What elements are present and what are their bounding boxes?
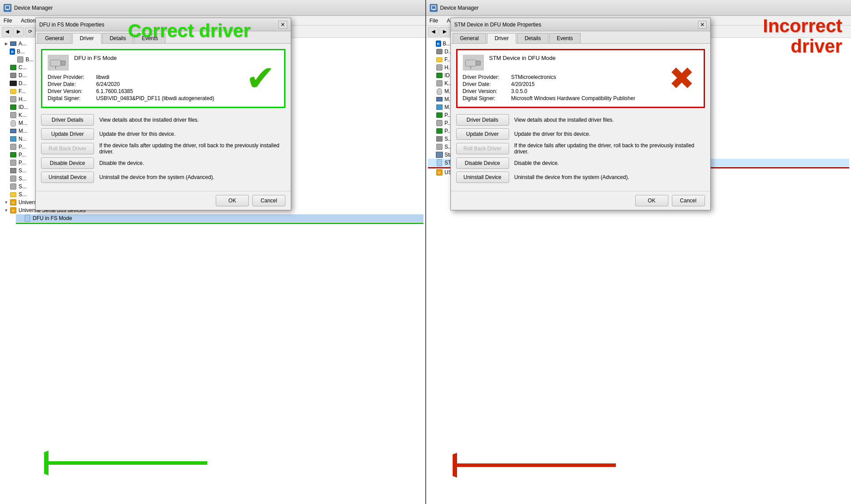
expand-icon — [3, 88, 10, 95]
right-digital-signer-value: Microsoft Windows Hardware Compatibility… — [511, 95, 698, 101]
expand-icon — [3, 112, 10, 119]
left-refresh-btn[interactable]: ⟳ — [25, 27, 35, 37]
left-back-btn[interactable]: ◀ — [2, 27, 12, 37]
tree-item-dfu[interactable]: DFU in FS Mode — [16, 214, 424, 222]
left-ok-btn[interactable]: OK — [216, 195, 249, 206]
roll-back-btn[interactable]: Roll Back Driver — [41, 143, 94, 154]
expand-icon — [3, 175, 10, 182]
expand-icon — [429, 151, 436, 158]
generic-icon9 — [436, 80, 443, 87]
right-dialog-footer: OK Cancel — [451, 191, 710, 210]
right-dialog-close[interactable]: ✕ — [698, 21, 707, 29]
expand-icon — [429, 169, 436, 176]
net-icon — [10, 135, 17, 142]
right-device-name: STM Device in DFU Mode — [489, 55, 556, 61]
expand-icon — [3, 159, 10, 166]
generic-icon10 — [436, 119, 443, 127]
usb-icon: U — [10, 199, 17, 206]
uninstall-device-btn[interactable]: Uninstall Device — [41, 172, 94, 183]
leaf-icon2 — [429, 159, 436, 166]
left-dialog-close[interactable]: ✕ — [278, 21, 287, 29]
tab-driver-right[interactable]: Driver — [487, 33, 516, 44]
expand-icon — [429, 143, 436, 150]
red-arrow — [453, 452, 620, 480]
driver-details-row: Driver Details View details about the in… — [41, 114, 285, 126]
usb-device-icon2 — [436, 159, 443, 166]
tab-details-right[interactable]: Details — [517, 33, 548, 43]
generic-icon8 — [436, 64, 443, 71]
left-menu-file[interactable]: File — [2, 18, 14, 24]
right-disable-device-btn[interactable]: Disable Device — [456, 157, 509, 169]
generic-icon7 — [10, 183, 17, 190]
usb-icon3 — [436, 151, 443, 158]
tab-general-left[interactable]: General — [37, 33, 71, 43]
svg-rect-0 — [5, 6, 10, 9]
right-uninstall-device-desc: Uninstall the device from the system (Ad… — [514, 174, 705, 180]
disable-device-desc: Disable the device. — [99, 160, 285, 166]
tab-events-right[interactable]: Events — [549, 33, 581, 43]
chip-icon4 — [436, 72, 443, 79]
right-driver-details-btn[interactable]: Driver Details — [456, 114, 509, 126]
svg-rect-5 — [61, 61, 65, 65]
driver-provider-row: Driver Provider: libwdi — [48, 74, 279, 80]
expand-icon — [429, 96, 436, 103]
right-panel: Device Manager File Action ◀ ▶ ⟳ B B... — [426, 0, 851, 504]
right-dialog-body: STM Device in DFU Mode Driver Provider: … — [451, 44, 710, 191]
disable-device-btn[interactable]: Disable Device — [41, 157, 94, 169]
tab-driver-left[interactable]: Driver — [72, 33, 101, 44]
disable-device-row: Disable Device Disable the device. — [41, 157, 285, 169]
digital-signer-row: Digital Signer: USB\VID_0483&PID_DF11 (l… — [48, 95, 279, 101]
right-device-header: STM Device in DFU Mode — [463, 55, 698, 71]
checkmark-icon: ✔ — [246, 61, 275, 96]
chip-icon — [10, 64, 17, 71]
left-device-name: DFU in FS Mode — [74, 55, 117, 61]
right-update-driver-desc: Update the driver for this device. — [514, 131, 705, 137]
expand-icon — [429, 40, 436, 47]
update-driver-btn[interactable]: Update Driver — [41, 128, 94, 140]
expand-icon — [3, 127, 10, 134]
expand-icon: ▶ — [3, 40, 10, 47]
expand-icon — [3, 143, 10, 150]
expand-icon — [3, 48, 10, 55]
svg-rect-8 — [433, 9, 435, 10]
correct-driver-label: Correct driver — [128, 20, 251, 41]
right-driver-details-desc: View details about the installed driver … — [514, 117, 705, 123]
folder-icon — [10, 88, 17, 95]
update-driver-row: Update Driver Update the driver for this… — [41, 128, 285, 140]
right-disable-device-row: Disable Device Disable the device. — [456, 157, 705, 169]
right-roll-back-btn[interactable]: Roll Back Driver — [456, 143, 509, 154]
incorrect-driver-label: Incorrect driver — [763, 16, 842, 56]
tab-general-right[interactable]: General — [453, 33, 487, 43]
left-menu-action[interactable]: Action — [19, 18, 37, 24]
computer-icon — [10, 40, 17, 47]
right-uninstall-device-btn[interactable]: Uninstall Device — [456, 172, 509, 183]
expand-icon — [3, 80, 10, 87]
svg-rect-4 — [50, 60, 61, 66]
generic-icon6 — [10, 175, 17, 182]
right-dialog: STM Device in DFU Mode Properties ✕ Gene… — [450, 18, 711, 210]
left-cancel-btn[interactable]: Cancel — [252, 195, 285, 206]
sound-icon2 — [436, 135, 443, 142]
uninstall-device-desc: Uninstall the device from the system (Ad… — [99, 174, 285, 180]
uninstall-device-row: Uninstall Device Uninstall the device fr… — [41, 172, 285, 183]
right-dialog-title: STM Device in DFU Mode Properties — [454, 22, 541, 28]
right-roll-back-desc: If the device fails after updating the d… — [514, 142, 705, 155]
right-driver-date-label: Driver Date: — [463, 81, 511, 87]
chip-icon3 — [10, 151, 17, 158]
right-cancel-btn[interactable]: Cancel — [672, 195, 705, 206]
driver-details-btn[interactable]: Driver Details — [41, 114, 94, 126]
right-uninstall-device-row: Uninstall Device Uninstall the device fr… — [456, 172, 705, 183]
right-ok-btn[interactable]: OK — [635, 195, 668, 206]
right-back-btn[interactable]: ◀ — [428, 27, 439, 37]
folder-icon3 — [436, 56, 443, 63]
right-dialog-titlebar: STM Device in DFU Mode Properties ✕ — [451, 18, 710, 31]
leaf-icon — [17, 215, 24, 222]
driver-date-row: Driver Date: 6/24/2020 — [48, 81, 279, 87]
generic-icon2 — [10, 96, 17, 103]
disk-icon2 — [436, 48, 443, 55]
expand-icon — [429, 104, 436, 111]
right-menu-file[interactable]: File — [428, 18, 440, 24]
left-forward-btn[interactable]: ▶ — [13, 27, 24, 37]
right-forward-btn[interactable]: ▶ — [439, 27, 450, 37]
right-update-driver-btn[interactable]: Update Driver — [456, 128, 509, 140]
